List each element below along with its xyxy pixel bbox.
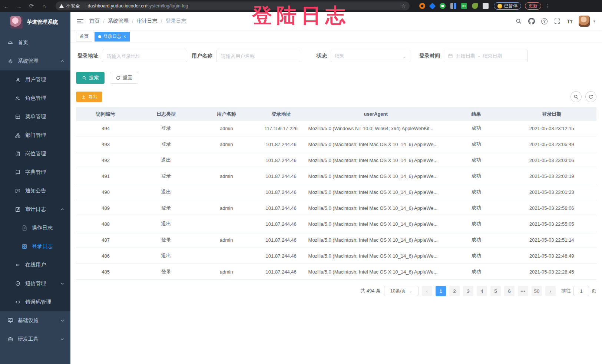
cell-id: 487 [76,232,135,248]
breadcrumb-item[interactable]: 审计日志 / [137,18,166,24]
page-number-button[interactable]: 50 [532,286,542,296]
cell-id: 488 [76,216,135,232]
date-range-picker[interactable]: 开始日期 - 结束日期 [444,50,528,62]
breadcrumb-item[interactable]: 系统管理 / [108,18,137,24]
sidebar-menu-item[interactable]: 在线用户 [0,256,70,274]
sidebar-menu-item[interactable]: 角色管理 [0,89,70,107]
cell-login-address: 117.159.17.226 [256,120,306,136]
cell-login-date: 2021-05-03 22:51:14 [507,232,596,248]
cell-log-type: 登录 [135,200,197,216]
cell-user-agent: Mozilla/5.0 (Macintosh; Intel Mac OS X 1… [306,184,446,200]
sidebar-menu-item[interactable]: 岗位管理 [0,145,70,163]
page-number-button[interactable]: 4 [477,286,487,296]
sidebar-menu-item[interactable]: 首页 [0,33,70,52]
prev-page-button[interactable]: ‹ [422,286,432,296]
breadcrumb-label[interactable]: 登录日志 [166,18,186,24]
breadcrumb-label[interactable]: 系统管理 [108,18,129,24]
tag-label: 首页 [80,33,89,40]
start-date-placeholder: 开始日期 [456,53,475,59]
goto-page-input[interactable] [573,286,589,296]
page-tag[interactable]: 登录日志 × [95,32,130,42]
sidebar-menu-item[interactable]: 短信管理 [0,274,70,293]
tag-close-icon[interactable]: × [123,34,126,39]
search-button[interactable]: 搜索 [76,72,105,84]
not-secure-label[interactable]: 不安全 [66,3,80,9]
font-size-icon[interactable]: TT [567,18,572,24]
address-label: 登录地址 [76,53,102,59]
puzzle-extension-icon[interactable] [483,3,489,9]
sidebar-logo-row[interactable]: 芋道管理系统 [0,12,70,33]
annotation-overlay: 登陆日志 [252,4,350,26]
cell-login-address: 101.87.244.46 [256,136,306,152]
page-number-button[interactable]: ••• [518,286,528,296]
sidebar-menu-item[interactable]: 部门管理 [0,126,70,145]
page-tag[interactable]: 首页 × [76,32,92,42]
breadcrumb-item[interactable]: 首页 / [89,18,108,24]
sidebar-menu-item[interactable]: 研发工具 [0,330,70,348]
browser-back-icon[interactable]: ← [0,3,13,9]
menu-item-icon [15,169,21,175]
user-avatar[interactable] [579,16,590,27]
sidebar-menu-item[interactable]: 通知公告 [0,182,70,200]
sidebar-menu-item[interactable]: 操作日志 [0,219,70,237]
workspace-grid-extension-icon[interactable] [450,3,456,9]
status-select[interactable]: 结果 ⌄ [331,50,410,62]
page-number-button[interactable]: 5 [490,286,501,296]
menu-item-label: 用户管理 [25,76,46,83]
reset-button[interactable]: 重置 [110,72,138,84]
browser-menu-icon[interactable]: ⋮ [545,3,551,9]
column-header: 登录日期 [507,108,596,120]
cell-id: 490 [76,184,135,200]
cell-result: 成功 [446,120,507,136]
refresh-table-button[interactable] [585,91,596,102]
page-number-button[interactable]: 2 [449,286,460,296]
page-number-button[interactable]: 3 [463,286,473,296]
page-size-select[interactable]: 10条/页 ⌄ [384,286,419,296]
address-input[interactable] [102,50,187,62]
sidebar-menu-item[interactable]: 系统管理 [0,52,70,70]
sidebar-menu-item[interactable]: 登录日志 [0,237,70,256]
download-icon [81,95,86,99]
blue-gem-extension-icon[interactable] [429,3,436,9]
browser-home-icon[interactable]: ⌂ [38,3,50,9]
sidebar-menu-item[interactable]: 菜单管理 [0,107,70,126]
page-number-button[interactable]: 1 [436,286,446,296]
question-icon[interactable]: ? [541,18,548,24]
toggle-search-button[interactable] [570,91,582,102]
page-number-button[interactable]: 6 [504,286,515,296]
breadcrumb-item[interactable]: 登录日志 / [166,18,186,24]
cell-result: 成功 [446,232,507,248]
tabs-on-extension-icon[interactable] [461,3,467,9]
username-input[interactable] [216,50,300,62]
sidebar-menu-item[interactable]: 用户管理 [0,70,70,89]
cell-id: 493 [76,136,135,152]
chrome-update-button[interactable]: 更新 [525,2,541,10]
browser-forward-icon[interactable]: → [13,3,25,9]
sidebar-menu-item[interactable]: 字典管理 [0,163,70,182]
paused-label: 已暂停 [504,3,517,9]
next-page-button[interactable]: › [545,286,556,296]
avatar-caret-icon[interactable]: ▾ [593,19,595,24]
menu-expand-icon [60,207,64,212]
sidebar-menu-item[interactable]: 错误码管理 [0,293,70,311]
green-leaf-extension-icon[interactable] [472,3,478,9]
cell-result: 成功 [446,184,507,200]
paused-extension-pill[interactable]: 已暂停 [494,2,521,10]
breadcrumb-label[interactable]: 首页 [89,18,100,24]
browser-reload-icon[interactable]: ⟳ [25,3,38,9]
search-icon[interactable] [515,18,522,24]
sidebar-menu-item[interactable]: 审计日志 [0,200,70,219]
hamburger-icon[interactable] [77,19,83,23]
menu-item-icon [15,206,21,212]
github-icon[interactable] [528,18,535,24]
orange-ring-extension-icon[interactable] [419,3,425,9]
address-bar[interactable]: 不安全 dashboard.yudao.iocoder.cn /system/l… [56,1,410,10]
cell-log-type: 退出 [135,248,197,264]
green-heart-extension-icon[interactable] [440,3,446,9]
sidebar-menu-item[interactable]: 基础设施 [0,311,70,330]
export-button[interactable]: 导出 [76,92,102,102]
reset-button-label: 重置 [123,75,132,81]
bookmark-star-icon[interactable]: ☆ [401,3,406,9]
fullscreen-icon[interactable] [554,18,560,24]
breadcrumb-label[interactable]: 审计日志 [137,18,158,24]
